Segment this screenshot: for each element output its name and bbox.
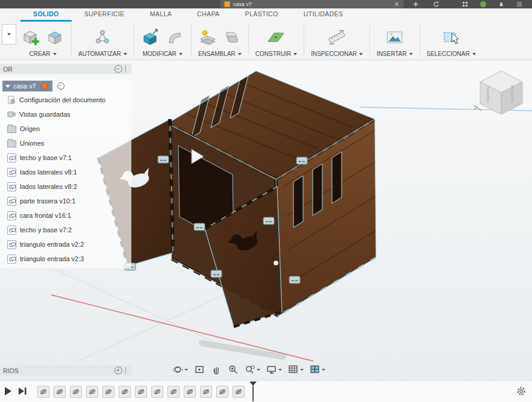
document-tab[interactable]: casa v7 [221, 0, 404, 8]
feature-icon[interactable] [216, 386, 228, 398]
expand-panel-icon[interactable] [114, 366, 122, 374]
panel-grip[interactable] [125, 367, 128, 374]
linked-component-icon [7, 226, 16, 235]
tree-item-document-settings[interactable]: Configuración del documento [0, 93, 131, 107]
derive-icon[interactable] [45, 28, 64, 47]
tree-item-component[interactable]: parte trasera v10:1 [0, 194, 131, 208]
insert-image-icon[interactable] [385, 28, 404, 47]
tab-utilidades[interactable]: UTILIDADES [291, 8, 356, 22]
feature-icon[interactable] [151, 386, 163, 398]
assemble-pages-icon[interactable] [222, 28, 242, 47]
feature-icon[interactable] [119, 386, 131, 398]
select-icon[interactable] [442, 28, 461, 47]
seleccionar-dropdown[interactable]: SELECCIONAR [427, 51, 476, 57]
new-component-icon[interactable] [21, 28, 40, 47]
browser-header[interactable]: OR [0, 64, 131, 74]
viewports-button[interactable] [308, 363, 327, 376]
ensamblar-dropdown[interactable]: ENSAMBLAR [198, 51, 242, 57]
feature-icon[interactable] [184, 386, 196, 398]
divider [419, 25, 420, 57]
feature-icon[interactable] [86, 386, 98, 398]
feature-icon[interactable] [200, 386, 212, 398]
browser-root-row[interactable]: casa v7 [0, 79, 131, 93]
feature-icon[interactable] [233, 386, 245, 398]
chevron-down-icon [184, 369, 188, 371]
tree-item-origen[interactable]: Origen [0, 122, 131, 136]
zoom-icon [228, 365, 239, 374]
crear-dropdown[interactable]: CREAR [29, 51, 56, 57]
root-component-chip[interactable]: casa v7 [2, 81, 52, 91]
window-zoom-button[interactable] [243, 363, 262, 376]
feature-icon[interactable] [102, 386, 114, 398]
joint-icon[interactable] [198, 28, 217, 47]
fillet-icon[interactable] [165, 28, 184, 47]
data-panel-toggle[interactable] [2, 24, 16, 45]
apps-grid-icon[interactable] [462, 1, 469, 8]
skip-to-end-icon[interactable] [18, 386, 28, 396]
inspeccionar-dropdown[interactable]: INSPECCIONAR [311, 51, 363, 57]
construction-plane-icon[interactable] [266, 28, 286, 47]
chevron-down-icon [278, 369, 282, 371]
viewcube[interactable]: FRONTAL DERECHA [473, 65, 527, 116]
tree-item-component[interactable]: cara frontal v16:1 [0, 208, 131, 223]
tab-chapa[interactable]: CHAPA [184, 8, 232, 22]
collapse-panel-icon[interactable] [114, 65, 122, 73]
tree-item-component[interactable]: triangulo entrada v2:3 [0, 252, 131, 266]
new-tab-icon[interactable] [412, 1, 419, 8]
construir-dropdown[interactable]: CONSTRUIR [255, 51, 297, 57]
divider [248, 25, 249, 57]
measure-icon[interactable] [327, 28, 346, 47]
look-at-button[interactable] [192, 363, 207, 376]
tree-item-uniones[interactable]: Uniones [0, 136, 131, 150]
automatizar-dropdown[interactable]: AUTOMATIZAR [78, 51, 127, 57]
orbit-icon [172, 365, 183, 374]
notifications-icon[interactable] [498, 1, 505, 8]
tree-item-component[interactable]: techo y base v7:2 [0, 223, 131, 237]
feature-icon[interactable] [54, 386, 66, 398]
timeline-settings-gear-icon[interactable] [516, 386, 526, 398]
timeline-position-marker[interactable] [249, 382, 257, 402]
sync-icon[interactable] [433, 1, 440, 8]
tab-solido[interactable]: SOLIDO [20, 8, 72, 22]
grid-display-button[interactable] [286, 363, 305, 376]
play-icon[interactable] [4, 386, 12, 396]
orbit-button[interactable] [171, 363, 190, 376]
tree-item-component[interactable]: lados laterales v8:2 [0, 179, 131, 194]
grid-display-icon [288, 365, 299, 374]
comments-header-label: RIOS [3, 367, 113, 374]
tree-item-component[interactable]: techo y base v7:1 [0, 150, 131, 165]
linked-component-icon [7, 153, 16, 162]
group-insertar: INSERTAR [371, 22, 418, 60]
3d-viewport[interactable]: FRONTAL DERECHA OR casa v7 Confi [0, 60, 532, 380]
comments-header[interactable]: RIOS [0, 365, 131, 376]
close-tab-icon[interactable] [394, 1, 400, 7]
chevron-down-icon [238, 53, 242, 55]
menu-icon[interactable] [516, 1, 523, 8]
display-settings-button[interactable] [264, 363, 284, 376]
pan-button[interactable] [209, 363, 224, 376]
feature-icon[interactable] [167, 386, 180, 398]
expand-icon[interactable] [5, 85, 10, 88]
feature-icon[interactable] [135, 386, 147, 398]
zoom-button[interactable] [226, 363, 240, 376]
root-component-label: casa v7 [13, 82, 36, 90]
origin-point[interactable] [274, 261, 278, 265]
group-modificar: MODIFICAR [136, 22, 190, 60]
modificar-dropdown[interactable]: MODIFICAR [143, 51, 183, 57]
tree-item-saved-views[interactable]: Vistas guardadas [0, 107, 131, 122]
tab-superficie[interactable]: SUPERFICIE [72, 8, 137, 22]
chevron-down-icon [257, 369, 260, 371]
tab-malla[interactable]: MALLA [137, 8, 184, 22]
press-pull-icon[interactable] [141, 28, 160, 47]
avatar[interactable] [480, 1, 487, 8]
feature-icon[interactable] [70, 386, 82, 398]
tree-item-component[interactable]: lados laterales v8:1 [0, 165, 131, 179]
tree-item-component[interactable]: triangulo entrada v2:2 [0, 237, 131, 252]
browser-panel: OR casa v7 Configuración del documento V… [0, 64, 131, 268]
panel-grip[interactable] [125, 66, 128, 72]
activate-component-icon[interactable] [57, 82, 64, 90]
feature-icon[interactable] [37, 386, 49, 398]
automate-icon[interactable] [93, 28, 112, 47]
tab-plastico[interactable]: PLÁSTICO [233, 8, 291, 22]
insertar-dropdown[interactable]: INSERTAR [377, 51, 413, 57]
